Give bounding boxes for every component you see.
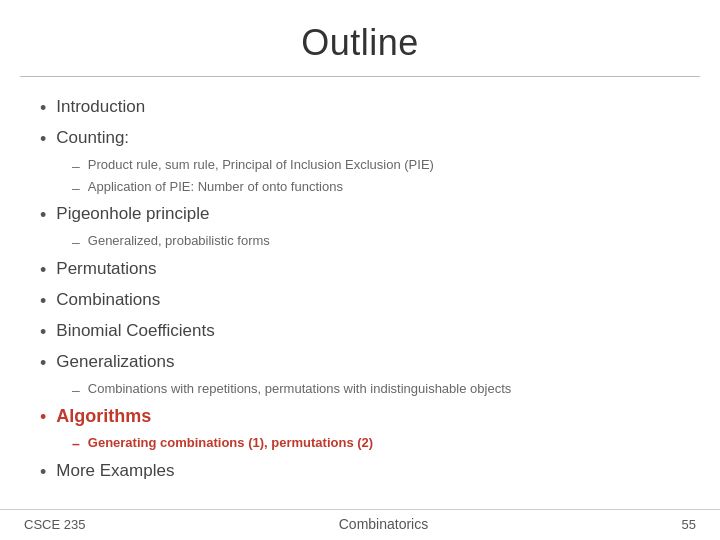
item-counting: Counting: — [56, 125, 129, 151]
bullet-dot: • — [40, 350, 46, 377]
list-item: – Combinations with repetitions, permuta… — [72, 380, 680, 401]
list-item: • Combinations — [40, 287, 680, 315]
list-item: • Generalizations — [40, 349, 680, 377]
sub-dash: – — [72, 381, 80, 401]
list-item: • Permutations — [40, 256, 680, 284]
item-pigeonhole: Pigeonhole principle — [56, 201, 209, 227]
title-divider — [20, 76, 700, 77]
slide-title: Outline — [301, 22, 419, 63]
sub-pigeonhole-1: Generalized, probabilistic forms — [88, 232, 270, 250]
sub-bullets-counting: – Product rule, sum rule, Principal of I… — [72, 156, 680, 198]
list-item: • Algorithms — [40, 403, 680, 431]
item-binomial: Binomial Coefficients — [56, 318, 214, 344]
sub-counting-2: Application of PIE: Number of onto funct… — [88, 178, 343, 196]
bullet-dot: • — [40, 404, 46, 431]
bullet-dot: • — [40, 202, 46, 229]
item-generalizations: Generalizations — [56, 349, 174, 375]
list-item: – Product rule, sum rule, Principal of I… — [72, 156, 680, 177]
sub-bullets-pigeonhole: – Generalized, probabilistic forms — [72, 232, 680, 253]
slide: Outline • Introduction • Counting: – Pro… — [0, 0, 720, 540]
item-permutations: Permutations — [56, 256, 156, 282]
sub-generalizations-1: Combinations with repetitions, permutati… — [88, 380, 511, 398]
list-item: • Pigeonhole principle — [40, 201, 680, 229]
sub-algorithms-1: Generating combinations (1), permutation… — [88, 434, 373, 452]
item-algorithms: Algorithms — [56, 403, 151, 430]
list-item: – Generalized, probabilistic forms — [72, 232, 680, 253]
bullet-dot: • — [40, 95, 46, 122]
sub-counting-1: Product rule, sum rule, Principal of Inc… — [88, 156, 434, 174]
bullet-dot: • — [40, 257, 46, 284]
list-item: • Binomial Coefficients — [40, 318, 680, 346]
item-combinations: Combinations — [56, 287, 160, 313]
item-more-examples: More Examples — [56, 458, 174, 484]
item-introduction: Introduction — [56, 94, 145, 120]
bullet-dot: • — [40, 288, 46, 315]
bullet-dot: • — [40, 126, 46, 153]
sub-dash: – — [72, 157, 80, 177]
sub-bullets-generalizations: – Combinations with repetitions, permuta… — [72, 380, 680, 401]
title-area: Outline — [0, 0, 720, 72]
footer-subject: Combinatorics — [339, 516, 428, 532]
footer-course: CSCE 235 — [24, 517, 85, 532]
list-item: – Application of PIE: Number of onto fun… — [72, 178, 680, 199]
list-item: • Counting: — [40, 125, 680, 153]
footer-page-number: 55 — [682, 517, 696, 532]
slide-footer: CSCE 235 Combinatorics 55 — [0, 509, 720, 540]
content-area: • Introduction • Counting: – Product rul… — [0, 87, 720, 486]
bullet-dot: • — [40, 459, 46, 486]
sub-dash: – — [72, 233, 80, 253]
list-item: • More Examples — [40, 458, 680, 486]
sub-dash: – — [72, 179, 80, 199]
sub-dash: – — [72, 435, 80, 455]
sub-bullets-algorithms: – Generating combinations (1), permutati… — [72, 434, 680, 455]
bullet-dot: • — [40, 319, 46, 346]
list-item: • Introduction — [40, 94, 680, 122]
list-item: – Generating combinations (1), permutati… — [72, 434, 680, 455]
